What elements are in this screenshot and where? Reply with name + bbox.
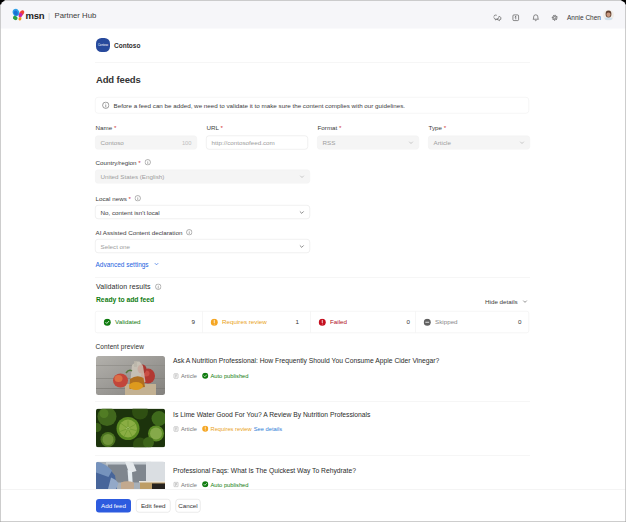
svg-text:Contoso: Contoso bbox=[98, 43, 109, 47]
